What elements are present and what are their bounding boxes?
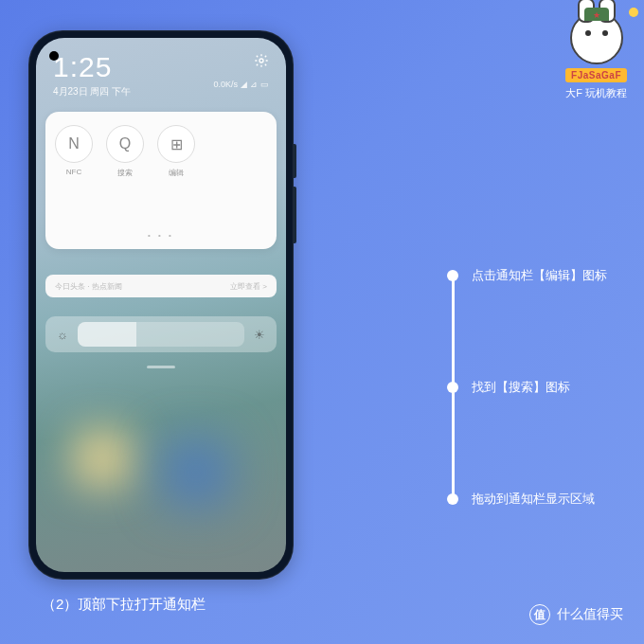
nfc-icon: N	[55, 125, 93, 163]
search-icon: Q	[106, 125, 144, 163]
smzdm-logo-icon: 值	[529, 604, 550, 625]
step-3: 拖动到通知栏显示区域	[447, 491, 617, 508]
svg-point-0	[259, 59, 263, 63]
tile-label: 搜索	[106, 168, 144, 178]
quick-settings-panel[interactable]: N NFC Q 搜索 ⊞ 编辑 • • •	[45, 112, 277, 249]
step-text: 拖动到通知栏显示区域	[472, 491, 595, 508]
battery-icon: ▭	[260, 80, 269, 89]
tutorial-steps: 点击通知栏【编辑】图标 找到【搜索】图标 拖动到通知栏显示区域	[447, 267, 617, 508]
step-dot-icon	[447, 493, 458, 505]
figure-caption: （2）顶部下拉打开通知栏	[42, 596, 206, 614]
mascot-banner: FJaSaGaF	[565, 68, 627, 82]
slider-track[interactable]	[78, 322, 244, 347]
watermark: 值 什么值得买	[529, 604, 623, 625]
settings-icon[interactable]	[254, 53, 269, 68]
phone-screen: 1:25 4月23日 周四 下午 0.0K/s ◢ ⊿ ▭ N NFC Q 搜索	[36, 38, 286, 572]
step-dot-icon	[447, 270, 458, 281]
step-dot-icon	[447, 382, 458, 393]
banner-right: 立即查看 >	[230, 281, 267, 292]
tile-edit[interactable]: ⊞ 编辑	[157, 125, 195, 178]
data-rate: 0.0K/s	[213, 80, 238, 89]
edit-icon: ⊞	[157, 125, 195, 163]
step-text: 点击通知栏【编辑】图标	[472, 267, 607, 284]
brightness-slider[interactable]: ☼ ☀	[45, 316, 277, 352]
tile-label: NFC	[55, 168, 93, 176]
phone-mockup: 1:25 4月23日 周四 下午 0.0K/s ◢ ⊿ ▭ N NFC Q 搜索	[28, 30, 294, 580]
quick-tiles-row: N NFC Q 搜索 ⊞ 编辑	[55, 125, 267, 178]
step-1: 点击通知栏【编辑】图标	[447, 267, 617, 284]
signal-icon: ⊿	[250, 80, 258, 89]
step-text: 找到【搜索】图标	[472, 379, 570, 396]
watermark-text: 什么值得买	[557, 606, 623, 623]
brightness-high-icon: ☀	[254, 328, 265, 342]
author-mascot: ★ FJaSaGaF 大F 玩机教程	[565, 11, 627, 100]
camera-hole	[49, 51, 59, 61]
brightness-low-icon: ☼	[57, 328, 68, 342]
page-indicator: • • •	[55, 231, 267, 240]
tile-search[interactable]: Q 搜索	[106, 125, 144, 178]
status-icons: 0.0K/s ◢ ⊿ ▭	[213, 80, 269, 89]
banner-left: 今日头条 · 热点新闻	[55, 281, 122, 292]
tile-label: 编辑	[157, 168, 195, 178]
news-banner[interactable]: 今日头条 · 热点新闻 立即查看 >	[45, 275, 277, 297]
tile-nfc[interactable]: N NFC	[55, 125, 93, 178]
wifi-icon: ◢	[241, 80, 247, 89]
status-bar[interactable]: 1:25 4月23日 周四 下午 0.0K/s ◢ ⊿ ▭	[36, 38, 286, 104]
step-2: 找到【搜索】图标	[447, 379, 617, 396]
clock-time: 1:25	[53, 51, 269, 83]
panel-drag-handle[interactable]	[147, 366, 175, 368]
mascot-subtitle: 大F 玩机教程	[565, 86, 627, 100]
